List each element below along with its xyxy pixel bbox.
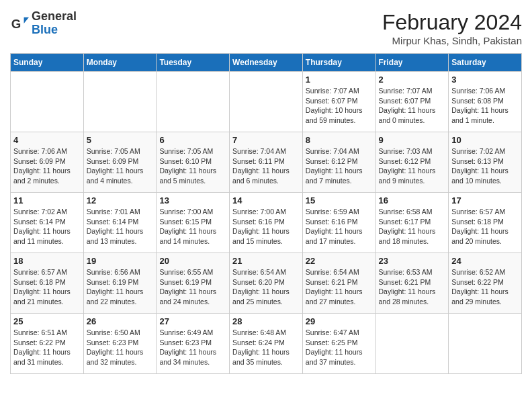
day-number: 17 <box>451 195 519 205</box>
calendar-cell: 20Sunrise: 6:55 AM Sunset: 6:19 PM Dayli… <box>157 253 230 314</box>
day-info: Sunrise: 7:07 AM Sunset: 6:07 PM Dayligh… <box>306 86 373 126</box>
day-info: Sunrise: 7:01 AM Sunset: 6:14 PM Dayligh… <box>87 207 154 246</box>
logo-text-line1: General <box>32 10 77 24</box>
week-row: 18Sunrise: 6:57 AM Sunset: 6:18 PM Dayli… <box>11 253 522 314</box>
calendar-cell: 12Sunrise: 7:01 AM Sunset: 6:14 PM Dayli… <box>83 193 157 253</box>
calendar-cell: 23Sunrise: 6:53 AM Sunset: 6:21 PM Dayli… <box>375 253 449 314</box>
day-number: 26 <box>87 316 154 326</box>
week-row: 25Sunrise: 6:51 AM Sunset: 6:22 PM Dayli… <box>11 314 522 374</box>
calendar-body: 1Sunrise: 7:07 AM Sunset: 6:07 PM Daylig… <box>11 72 522 374</box>
day-info: Sunrise: 7:05 AM Sunset: 6:10 PM Dayligh… <box>159 146 226 186</box>
week-row: 1Sunrise: 7:07 AM Sunset: 6:07 PM Daylig… <box>11 72 522 132</box>
day-info: Sunrise: 6:54 AM Sunset: 6:20 PM Dayligh… <box>232 267 300 307</box>
calendar-cell: 5Sunrise: 7:05 AM Sunset: 6:09 PM Daylig… <box>83 132 157 193</box>
day-number: 5 <box>87 135 154 145</box>
day-info: Sunrise: 7:00 AM Sunset: 6:15 PM Dayligh… <box>159 207 226 246</box>
day-info: Sunrise: 6:57 AM Sunset: 6:18 PM Dayligh… <box>13 267 81 307</box>
calendar-subtitle: Mirpur Khas, Sindh, Pakistan <box>382 35 522 46</box>
day-number: 21 <box>232 256 300 266</box>
week-row: 4Sunrise: 7:06 AM Sunset: 6:09 PM Daylig… <box>11 132 522 193</box>
calendar-cell: 10Sunrise: 7:02 AM Sunset: 6:13 PM Dayli… <box>449 132 522 193</box>
day-number: 16 <box>379 195 446 205</box>
day-info: Sunrise: 6:55 AM Sunset: 6:19 PM Dayligh… <box>159 267 226 307</box>
day-number: 8 <box>306 135 373 145</box>
calendar-cell: 26Sunrise: 6:50 AM Sunset: 6:23 PM Dayli… <box>83 314 157 374</box>
header-cell-thursday: Thursday <box>302 54 375 72</box>
header-cell-tuesday: Tuesday <box>157 54 230 72</box>
day-info: Sunrise: 7:07 AM Sunset: 6:07 PM Dayligh… <box>379 86 446 126</box>
day-number: 27 <box>159 316 226 326</box>
day-number: 22 <box>306 256 373 266</box>
day-number: 13 <box>159 195 226 205</box>
day-info: Sunrise: 6:50 AM Sunset: 6:23 PM Dayligh… <box>87 328 154 367</box>
day-number: 2 <box>379 75 446 85</box>
day-info: Sunrise: 6:49 AM Sunset: 6:23 PM Dayligh… <box>159 328 226 367</box>
day-info: Sunrise: 6:56 AM Sunset: 6:19 PM Dayligh… <box>87 267 154 307</box>
day-number: 11 <box>13 195 81 205</box>
day-number: 28 <box>232 316 300 326</box>
logo-text-line2: Blue <box>32 24 77 37</box>
calendar-cell <box>230 72 303 132</box>
day-info: Sunrise: 7:00 AM Sunset: 6:16 PM Dayligh… <box>232 207 300 246</box>
day-number: 9 <box>379 135 446 145</box>
calendar-cell: 17Sunrise: 6:57 AM Sunset: 6:18 PM Dayli… <box>449 193 522 253</box>
header-cell-monday: Monday <box>83 54 157 72</box>
calendar-header: SundayMondayTuesdayWednesdayThursdayFrid… <box>11 54 522 72</box>
calendar-cell: 27Sunrise: 6:49 AM Sunset: 6:23 PM Dayli… <box>157 314 230 374</box>
day-number: 3 <box>451 75 519 85</box>
day-info: Sunrise: 7:06 AM Sunset: 6:09 PM Dayligh… <box>13 146 81 186</box>
day-number: 14 <box>232 195 300 205</box>
calendar-cell <box>375 314 449 374</box>
calendar-cell: 21Sunrise: 6:54 AM Sunset: 6:20 PM Dayli… <box>230 253 303 314</box>
calendar-cell <box>449 314 522 374</box>
calendar-cell <box>83 72 157 132</box>
day-info: Sunrise: 6:54 AM Sunset: 6:21 PM Dayligh… <box>306 267 373 307</box>
day-info: Sunrise: 6:57 AM Sunset: 6:18 PM Dayligh… <box>451 207 519 246</box>
day-number: 25 <box>13 316 81 326</box>
header-cell-saturday: Saturday <box>449 54 522 72</box>
day-number: 19 <box>87 256 154 266</box>
day-number: 7 <box>232 135 300 145</box>
calendar-cell: 4Sunrise: 7:06 AM Sunset: 6:09 PM Daylig… <box>11 132 84 193</box>
day-number: 15 <box>306 195 373 205</box>
header-cell-wednesday: Wednesday <box>230 54 303 72</box>
header-row: SundayMondayTuesdayWednesdayThursdayFrid… <box>11 54 522 72</box>
calendar-cell: 19Sunrise: 6:56 AM Sunset: 6:19 PM Dayli… <box>83 253 157 314</box>
calendar-cell: 25Sunrise: 6:51 AM Sunset: 6:22 PM Dayli… <box>11 314 84 374</box>
page-header: G General Blue February 2024 Mirpur Khas… <box>10 10 522 46</box>
svg-text:G: G <box>11 16 21 30</box>
calendar-cell: 7Sunrise: 7:04 AM Sunset: 6:11 PM Daylig… <box>230 132 303 193</box>
calendar-cell: 8Sunrise: 7:04 AM Sunset: 6:12 PM Daylig… <box>302 132 375 193</box>
week-row: 11Sunrise: 7:02 AM Sunset: 6:14 PM Dayli… <box>11 193 522 253</box>
calendar-cell: 22Sunrise: 6:54 AM Sunset: 6:21 PM Dayli… <box>302 253 375 314</box>
day-info: Sunrise: 7:02 AM Sunset: 6:13 PM Dayligh… <box>451 146 519 186</box>
calendar-cell: 15Sunrise: 6:59 AM Sunset: 6:16 PM Dayli… <box>302 193 375 253</box>
calendar-cell: 13Sunrise: 7:00 AM Sunset: 6:15 PM Dayli… <box>157 193 230 253</box>
day-info: Sunrise: 7:02 AM Sunset: 6:14 PM Dayligh… <box>13 207 81 246</box>
calendar-cell: 28Sunrise: 6:48 AM Sunset: 6:24 PM Dayli… <box>230 314 303 374</box>
calendar-title: February 2024 <box>382 10 522 35</box>
logo: G General Blue <box>10 10 77 37</box>
day-number: 24 <box>451 256 519 266</box>
day-number: 18 <box>13 256 81 266</box>
day-number: 12 <box>87 195 154 205</box>
day-number: 10 <box>451 135 519 145</box>
logo-icon: G <box>10 14 29 33</box>
calendar-cell: 6Sunrise: 7:05 AM Sunset: 6:10 PM Daylig… <box>157 132 230 193</box>
calendar-cell: 24Sunrise: 6:52 AM Sunset: 6:22 PM Dayli… <box>449 253 522 314</box>
day-info: Sunrise: 6:51 AM Sunset: 6:22 PM Dayligh… <box>13 328 81 367</box>
calendar-cell: 3Sunrise: 7:06 AM Sunset: 6:08 PM Daylig… <box>449 72 522 132</box>
day-number: 1 <box>306 75 373 85</box>
day-info: Sunrise: 7:03 AM Sunset: 6:12 PM Dayligh… <box>379 146 446 186</box>
day-info: Sunrise: 7:05 AM Sunset: 6:09 PM Dayligh… <box>87 146 154 186</box>
calendar-cell: 16Sunrise: 6:58 AM Sunset: 6:17 PM Dayli… <box>375 193 449 253</box>
day-info: Sunrise: 7:06 AM Sunset: 6:08 PM Dayligh… <box>451 86 519 126</box>
calendar-cell <box>157 72 230 132</box>
day-number: 29 <box>306 316 373 326</box>
header-cell-friday: Friday <box>375 54 449 72</box>
day-number: 23 <box>379 256 446 266</box>
header-cell-sunday: Sunday <box>11 54 84 72</box>
calendar-cell: 1Sunrise: 7:07 AM Sunset: 6:07 PM Daylig… <box>302 72 375 132</box>
calendar-cell: 14Sunrise: 7:00 AM Sunset: 6:16 PM Dayli… <box>230 193 303 253</box>
day-number: 4 <box>13 135 81 145</box>
